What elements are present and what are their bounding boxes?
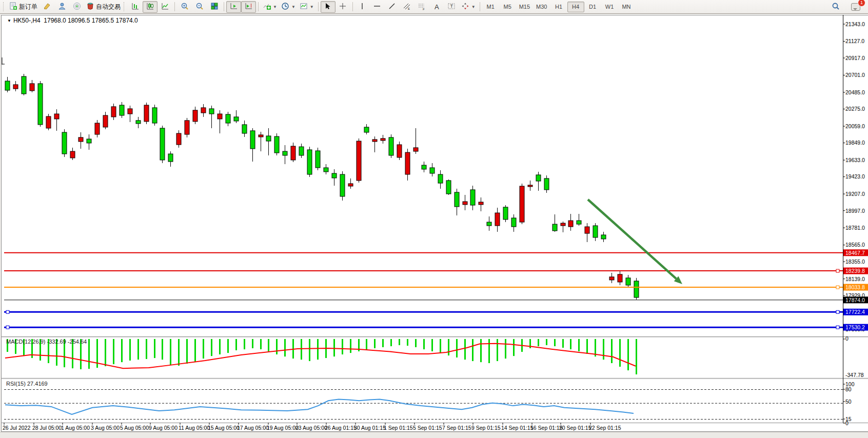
svg-text:28 Jul 05:00: 28 Jul 05:00 [32, 425, 62, 431]
svg-text:18139.0: 18139.0 [845, 276, 865, 282]
timeframe-label: M5 [504, 4, 511, 10]
svg-text:26 Jul 2022: 26 Jul 2022 [3, 425, 30, 431]
person-icon [58, 2, 66, 12]
auto-scroll-button[interactable] [226, 1, 241, 13]
toolbar-separator [318, 2, 319, 11]
svg-text:0: 0 [845, 420, 849, 426]
svg-text:16 Sep 01:15: 16 Sep 01:15 [530, 425, 563, 431]
text-tool-button[interactable]: A [429, 1, 444, 13]
templates-button[interactable]: ▼ [298, 1, 316, 13]
chart-canvas[interactable]: 21343.021127.020917.020701.020485.020275… [0, 0, 868, 432]
text-tool-icon: A [435, 3, 439, 11]
svg-text:T: T [450, 4, 453, 9]
toolbar-grip [3, 2, 6, 11]
new-order-button[interactable]: 新订单 [7, 1, 40, 13]
timeframe-m1-button[interactable]: M1 [482, 2, 499, 12]
new-order-icon [9, 2, 17, 12]
cursor-button[interactable] [321, 1, 336, 13]
notifications-button[interactable]: 1 [848, 1, 863, 13]
chart-shift-button[interactable] [241, 1, 256, 13]
svg-text:19849.0: 19849.0 [845, 140, 865, 146]
svg-text:F: F [423, 7, 425, 10]
svg-text:17874.0: 17874.0 [845, 297, 865, 303]
candlestick-chart-button[interactable] [143, 1, 157, 13]
svg-text:17 Aug 05:00: 17 Aug 05:00 [237, 425, 269, 431]
chevron-down-icon[interactable]: ▼ [310, 5, 314, 9]
svg-text:18355.0: 18355.0 [845, 258, 865, 265]
chart-title: ▼HK50-,H4 17968.0 18096.5 17865.5 17874.… [7, 17, 138, 24]
timeframe-d1-button[interactable]: D1 [584, 2, 601, 12]
periods-button[interactable]: ▼ [279, 1, 298, 13]
crayon-icon [43, 2, 51, 12]
rsi-name: RSI(15) [6, 381, 26, 387]
toolbar-grip [124, 2, 126, 11]
svg-text:E: E [408, 7, 410, 10]
chevron-down-icon[interactable]: ▼ [471, 5, 476, 9]
svg-text:21343.0: 21343.0 [845, 21, 865, 27]
svg-text:18239.8: 18239.8 [845, 268, 865, 274]
chevron-down-icon[interactable]: ▼ [273, 5, 277, 9]
svg-text:18781.0: 18781.0 [845, 225, 865, 231]
crosshair-button[interactable] [336, 1, 350, 13]
search-button[interactable] [828, 1, 843, 13]
svg-text:17530.2: 17530.2 [845, 324, 865, 330]
equidistant-channel-button[interactable]: E [400, 1, 415, 13]
svg-text:17722.4: 17722.4 [845, 309, 865, 315]
zoom-out-button[interactable] [192, 1, 207, 13]
toolbar-separator [224, 2, 224, 11]
bar-chart-button[interactable] [128, 1, 143, 13]
timeframe-label: M15 [519, 4, 530, 10]
timeframe-h1-button[interactable]: H1 [550, 2, 567, 12]
vertical-line-button[interactable] [355, 1, 370, 13]
text-label-button[interactable]: T [444, 1, 459, 13]
svg-text:20 Sep 01:15: 20 Sep 01:15 [559, 425, 591, 431]
macd-name: MACD(12,26,9) [6, 339, 45, 345]
svg-text:18565.0: 18565.0 [845, 242, 865, 248]
search-icon [832, 2, 840, 12]
timeframe-label: M1 [487, 4, 495, 10]
market-watch-button[interactable] [54, 1, 69, 13]
vertical-line-icon [358, 2, 366, 12]
signals-button[interactable] [69, 1, 84, 13]
horizontal-line-button[interactable] [370, 1, 385, 13]
template-icon [300, 2, 308, 12]
line-chart-button[interactable] [157, 1, 172, 13]
macd-values: -332.69 -254.64 [47, 339, 87, 345]
svg-text:3 Aug 05:00: 3 Aug 05:00 [91, 425, 120, 431]
timeframe-label: H4 [572, 4, 579, 10]
fibonacci-button[interactable]: F [415, 1, 429, 13]
indicators-button[interactable]: ▼ [261, 1, 279, 13]
timeframe-m30-button[interactable]: M30 [533, 2, 550, 12]
tile-windows-button[interactable] [207, 1, 222, 13]
timeframe-m5-button[interactable]: M5 [499, 2, 516, 12]
toolbar-separator [480, 2, 480, 11]
timeframe-m15-button[interactable]: M15 [516, 2, 533, 12]
auto-trading-button[interactable]: 自动交易 [84, 1, 123, 13]
svg-text:5 Aug 05:00: 5 Aug 05:00 [120, 425, 149, 431]
toolbar-separator [258, 2, 259, 11]
svg-text:20059.0: 20059.0 [845, 123, 865, 129]
svg-text:19 Aug 05:00: 19 Aug 05:00 [267, 425, 299, 431]
profile-button[interactable] [40, 1, 54, 13]
symbol-dropdown-icon[interactable]: ▼ [7, 18, 11, 23]
timeframe-mn-button[interactable]: MN [618, 2, 635, 12]
chevron-down-icon[interactable]: ▼ [291, 5, 295, 9]
zoom-in-button[interactable] [177, 1, 192, 13]
svg-text:19423.0: 19423.0 [845, 173, 865, 180]
chart-ohlc-values: 17968.0 18096.5 17865.5 17874.0 [44, 17, 138, 24]
toolbar-separator [352, 2, 353, 11]
line-chart-icon [161, 2, 169, 12]
svg-text:23 Aug 05:00: 23 Aug 05:00 [295, 425, 327, 431]
indicators-icon [263, 2, 271, 12]
arrows-tool-button[interactable]: ▼ [459, 1, 478, 13]
new-order-label: 新订单 [19, 3, 37, 11]
timeframe-w1-button[interactable]: W1 [601, 2, 618, 12]
svg-text:15 Aug 05:00: 15 Aug 05:00 [208, 425, 240, 431]
svg-text:0: 0 [845, 335, 849, 342]
timeframe-h4-button[interactable]: H4 [567, 2, 584, 12]
trendline-button[interactable] [385, 1, 400, 13]
timeframe-label: W1 [605, 4, 614, 10]
trendline-icon [388, 2, 396, 12]
timeframe-label: M30 [536, 4, 547, 10]
svg-text:26 Aug 01:15: 26 Aug 01:15 [325, 425, 357, 431]
